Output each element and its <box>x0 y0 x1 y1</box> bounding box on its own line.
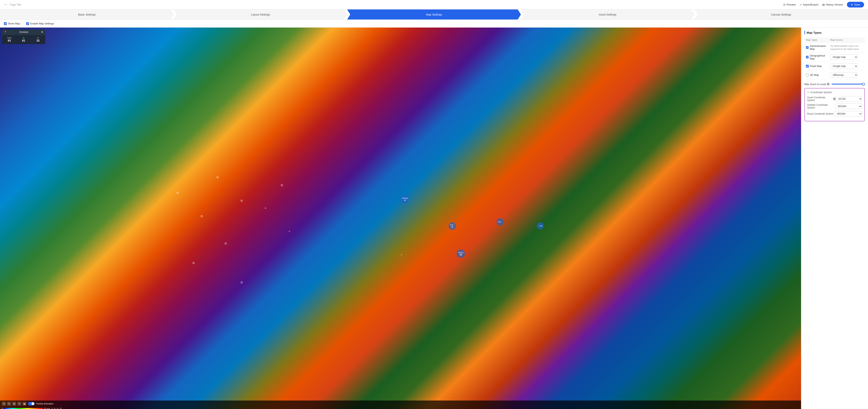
location-icon: 📍 <box>4 31 7 33</box>
administrative-source-cell: Tip: Administrative map is not supported… <box>829 43 865 53</box>
envision-body: Total 93 🌲 61 ❄ 32 <box>2 35 45 44</box>
control-icon-4[interactable]: ☀ <box>17 402 21 406</box>
top-nav: ← Page Title ⊡ Preview ⤢ Import/Export ▤… <box>0 0 868 9</box>
control-icon-3[interactable]: ⊞ <box>12 402 16 406</box>
slider-track <box>832 84 865 85</box>
zoom-slider[interactable] <box>832 84 865 85</box>
administrative-tip: Tip: Administrative map is not supported… <box>830 45 859 50</box>
snow-label: ❄ <box>31 37 45 39</box>
coordinate-system-section: ▼ Coordinate System Asset Coordinate Sys… <box>804 88 865 121</box>
asset-coord-info-icon[interactable]: i <box>833 97 836 100</box>
3d-source-cell: offlinemap Google map <box>829 70 865 80</box>
show-map-label: Show Map <box>8 22 20 25</box>
save-button[interactable]: ➤ Save <box>847 2 864 7</box>
3d-source-select[interactable]: offlinemap Google map <box>830 72 858 78</box>
tab-asset-settings[interactable]: Asset Settings <box>521 9 694 20</box>
preview-icon: ⊡ <box>783 3 785 6</box>
show-map-input[interactable] <box>4 22 7 25</box>
road-type-cell: Road Map <box>804 62 829 70</box>
chevron-down-icon: ▼ <box>807 91 809 93</box>
tab-layout-label: Layout Settings <box>251 13 270 16</box>
tab-canvas-label: Canvas Settings <box>771 13 791 16</box>
control-icon-5[interactable]: ⛅ <box>23 402 26 406</box>
3d-checkbox[interactable] <box>806 74 809 76</box>
road-coord-select[interactable]: WGS84 GCJ02 BD09 <box>835 111 862 117</box>
nav-left: ← Page Title <box>4 3 21 7</box>
envision-total: Total 93 <box>2 36 17 43</box>
map-area[interactable]: 📍 Envision ▼ Total 93 🌲 61 ❄ 32 <box>0 28 801 409</box>
control-icon-2[interactable]: ↻ <box>7 402 11 406</box>
slider-thumb[interactable] <box>862 83 865 86</box>
show-map-checkbox[interactable]: Show Map <box>2 21 22 26</box>
map-type-row-geographical: Geographical Map Google map offlinemap <box>804 52 865 62</box>
back-button[interactable]: ← <box>4 3 7 7</box>
history-icon: ▤ <box>822 3 825 6</box>
tab-map-settings[interactable]: Map Settings <box>347 9 521 20</box>
coord-section-header[interactable]: ▼ Coordinate System <box>807 91 862 94</box>
3d-row: 3D Map <box>806 73 827 76</box>
map-types-heading: Map Types <box>807 31 822 34</box>
scale-6: 6 <box>54 408 55 409</box>
satellite-coord-label-text: Satellite Coordinate System <box>807 103 835 109</box>
road-source-select[interactable]: Google map offlinemap <box>830 63 858 69</box>
particle-toggle <box>28 402 35 405</box>
tab-map-label: Map Settings <box>426 13 442 16</box>
scale-min: 0 <box>2 408 3 409</box>
history-label: History Version <box>826 3 843 6</box>
tab-asset-label: Asset Settings <box>599 13 617 16</box>
snow-value: 32 <box>31 39 45 42</box>
3d-type-cell: 3D Map <box>804 70 829 80</box>
sun-icon-2: ☀ <box>288 230 290 233</box>
satellite-coord-select[interactable]: WGS84 GCJ02 BD09 <box>835 103 862 109</box>
import-export-icon: ⤢ <box>800 3 802 6</box>
envision-tree: 🌲 61 <box>17 36 31 43</box>
import-export-button[interactable]: ⤢ Import/Export <box>800 3 818 6</box>
main-content: 📍 Envision ▼ Total 93 🌲 61 ❄ 32 <box>0 28 868 409</box>
particle-toggle-switch[interactable] <box>28 402 35 405</box>
particle-icons: ≋ ↻ ⊞ ☀ ⛅ <box>2 402 26 406</box>
tab-layout-settings[interactable]: Layout Settings <box>174 9 347 20</box>
wind-turbine-icon-6: ⚙ <box>192 261 195 265</box>
asset-coord-select[interactable]: GCJ02 WGS84 BD09 <box>836 96 862 102</box>
enable-map-input[interactable] <box>26 22 29 25</box>
envision-panel: 📍 Envision ▼ Total 93 🌲 61 ❄ 32 <box>2 30 45 44</box>
geographical-row: Geographical Map <box>806 54 827 60</box>
tree-label: 🌲 <box>17 37 31 39</box>
step-tabs: Basic Settings Layout Settings Map Setti… <box>0 9 868 20</box>
particle-bar: ≋ ↻ ⊞ ☀ ⛅ Particle Animation <box>0 401 801 407</box>
map-type-row-administrative: Administrative Map Tip: Administrative m… <box>804 43 865 53</box>
zoom-label: Max Zoom in Level i <box>804 83 830 86</box>
wind-turbine-icon-8: ⚙ <box>280 183 283 187</box>
tab-basic-settings[interactable]: Basic Settings <box>0 9 174 20</box>
administrative-checkbox[interactable] <box>806 46 809 49</box>
asset-coord-label: Asset Coordinate System i <box>807 96 836 102</box>
administrative-row: Administrative Map <box>806 44 827 51</box>
map-types-title: Map Types <box>804 31 865 34</box>
color-scale-bar: 0 15 m/s 3 6 9 12 <box>0 407 801 409</box>
tree-value: 61 <box>17 39 31 42</box>
preview-button[interactable]: ⊡ Preview <box>783 3 796 6</box>
dropdown-icon[interactable]: ▼ <box>41 31 43 33</box>
envision-snow: ❄ 32 <box>31 36 45 43</box>
scale-3: 3 <box>52 408 53 409</box>
toggle-knob <box>32 402 34 405</box>
col-header-source: Map Source <box>829 37 865 43</box>
wind-turbine-icon-3: ⚙ <box>240 199 243 202</box>
asset-coord-label-text: Asset Coordinate System <box>807 96 832 102</box>
control-icon-1[interactable]: ≋ <box>2 402 6 406</box>
history-version-button[interactable]: ▤ History Version <box>822 3 843 6</box>
right-panel: Map Types Map Types Map Source Administr… <box>801 28 868 409</box>
tab-canvas-settings[interactable]: Canvas Settings <box>694 9 868 20</box>
road-checkbox[interactable] <box>806 65 809 67</box>
geographical-source-select[interactable]: Google map offlinemap <box>830 54 858 60</box>
zoom-info-icon[interactable]: i <box>827 83 830 86</box>
wind-turbine-icon-4: ⚙ <box>200 215 203 218</box>
zoom-label-text: Max Zoom in Level <box>804 83 826 86</box>
geographical-checkbox[interactable] <box>806 56 809 59</box>
total-label: Total <box>2 37 17 39</box>
enable-map-settings-checkbox[interactable]: Enable Map Settings <box>25 21 55 26</box>
region-gan: Gan... 6 <box>448 222 456 230</box>
total-value: 93 <box>2 39 17 42</box>
scale-9: 9 <box>57 408 58 409</box>
region-xinjiang: Xinjiang 4 <box>401 195 409 203</box>
